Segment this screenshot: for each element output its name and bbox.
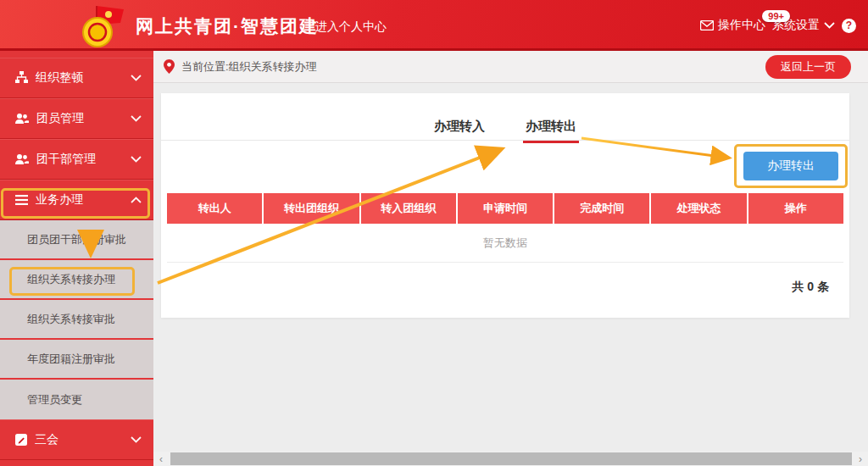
- operation-center-link[interactable]: 操作中心: [700, 18, 765, 33]
- transfer-table: 转出人 转出团组织 转入团组织 申请时间 完成时间 处理状态 操作 暂无数据: [167, 193, 843, 263]
- column-header: 转出人: [167, 193, 264, 224]
- sidebar-item-label: 三会: [35, 432, 131, 447]
- column-header: 完成时间: [554, 193, 651, 224]
- empty-state-text: 暂无数据: [167, 224, 843, 263]
- app-window: 网上共青团·智慧团建 进入个人中心 操作中心 系统设置: [0, 0, 868, 466]
- total-count-text: 共 0 条: [792, 280, 829, 295]
- edit-icon: [15, 434, 27, 446]
- column-header: 转入团组织: [361, 193, 458, 224]
- sitemap-icon: [15, 71, 28, 84]
- app-title: 网上共青团·智慧团建: [136, 14, 319, 38]
- chevron-down-icon: [131, 115, 142, 122]
- scroll-left-icon[interactable]: ‹: [153, 453, 169, 465]
- submenu-item-relation-transfer-handle[interactable]: 组织关系转接办理: [0, 260, 153, 300]
- scrollbar-thumb[interactable]: [170, 452, 852, 465]
- chevron-down-icon: [131, 156, 142, 163]
- top-header: 网上共青团·智慧团建 进入个人中心 操作中心 系统设置: [0, 0, 868, 51]
- sidebar-item-business-handling[interactable]: 业务办理: [0, 180, 153, 220]
- users-icon: [15, 153, 29, 165]
- sidebar-item-cadre-mgmt[interactable]: 团干部管理: [0, 139, 153, 180]
- sidebar-item-org-rectify[interactable]: 组织整顿: [0, 58, 153, 98]
- menu-icon: [15, 195, 28, 205]
- submenu-item-annual-register-approval[interactable]: 年度团籍注册审批: [0, 340, 153, 380]
- table-header-row: 转出人 转出团组织 转入团组织 申请时间 完成时间 处理状态 操作: [167, 193, 843, 224]
- column-header: 操作: [748, 193, 843, 224]
- horizontal-scrollbar[interactable]: ‹ ›: [153, 452, 868, 466]
- chevron-down-icon: [824, 22, 835, 29]
- sidebar-item-label: 组织整顿: [36, 70, 131, 86]
- column-header: 处理状态: [651, 193, 748, 224]
- back-button[interactable]: 返回上一页: [765, 55, 851, 79]
- submenu-item-register-approval[interactable]: 团员团干部注册审批: [0, 220, 153, 260]
- main-panel: 办理转入 办理转出 办理转出 转出人 转出团组织 转入团组织 申请时间 完成时间…: [161, 93, 849, 318]
- help-icon[interactable]: ?: [842, 19, 856, 33]
- chevron-up-icon: [131, 197, 142, 203]
- tab-divider-line: [161, 140, 849, 141]
- column-header: 申请时间: [458, 193, 554, 224]
- sidebar-nav: 组织整顿 团员管理: [0, 51, 153, 466]
- submenu-item-admin-change[interactable]: 管理员变更: [0, 380, 153, 419]
- chevron-down-icon: [131, 75, 142, 81]
- sidebar-item-label: 团员管理: [36, 111, 131, 126]
- sidebar-item-label: 业务办理: [36, 192, 131, 208]
- sidebar-item-member-mgmt[interactable]: 团员管理: [0, 98, 153, 139]
- transfer-out-button[interactable]: 办理转出: [743, 152, 838, 180]
- chevron-down-icon: [131, 436, 142, 443]
- sidebar-item-three-meetings[interactable]: 三会: [0, 419, 153, 460]
- envelope-icon: [700, 20, 714, 31]
- column-header: 转出团组织: [264, 193, 360, 224]
- notification-count-badge: 99+: [762, 10, 790, 22]
- sidebar-item-label: 团干部管理: [36, 152, 131, 167]
- breadcrumb-current-location: 当前位置:组织关系转接办理: [181, 59, 765, 75]
- location-pin-icon: [164, 59, 175, 74]
- business-submenu: 团员团干部注册审批 组织关系转接办理 组织关系转接审批 年度团籍注册审批 管理员…: [0, 220, 153, 419]
- league-emblem-logo: [80, 3, 127, 49]
- scroll-right-icon[interactable]: ›: [853, 453, 868, 465]
- submenu-item-relation-transfer-approval[interactable]: 组织关系转接审批: [0, 300, 153, 340]
- personal-center-link[interactable]: 进入个人中心: [315, 19, 387, 35]
- operation-center-label: 操作中心: [718, 18, 765, 33]
- breadcrumb-bar: 当前位置:组织关系转接办理 返回上一页: [153, 51, 868, 83]
- users-icon: [15, 113, 29, 125]
